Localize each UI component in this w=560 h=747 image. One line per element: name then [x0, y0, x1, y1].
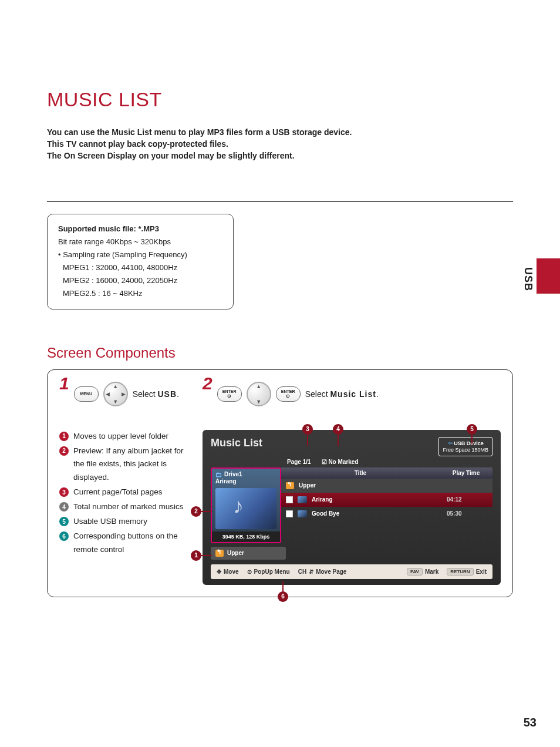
legend-item: 2Preview: If any album jacket for the fi… — [59, 445, 191, 485]
legend-item: 3Current page/Total pages — [59, 486, 191, 499]
step-1: 1 MENU ▲▼◀▶ Select USB. — [59, 382, 179, 406]
updown-mini-icon: ⇵ — [309, 568, 313, 575]
section-title: Screen Components — [47, 345, 513, 361]
badge-2: 2 — [59, 446, 69, 456]
callout-3: 3 — [302, 424, 313, 435]
connector — [338, 435, 339, 446]
spec-mpeg1: MPEG1 : 32000, 44100, 48000Hz — [58, 261, 222, 274]
badge-1: 1 — [59, 432, 69, 441]
badge-4: 4 — [59, 502, 69, 512]
screenshot-area: 3 4 5 2 1 6 Music List ⇦ USB Device — [203, 430, 501, 585]
fav-key-icon: FAV — [407, 568, 423, 576]
spec-mpeg25: MPEG2.5 : 16 ~ 48KHz — [58, 287, 222, 300]
upper-folder-icon — [215, 550, 224, 557]
drive-label: Drive1 — [224, 471, 242, 477]
callout-2: 2 — [191, 506, 201, 517]
list-row-selected[interactable]: Arirang 04:12 — [281, 493, 492, 507]
list-row-upper[interactable]: Upper — [281, 479, 492, 493]
page-indicator: Page 1/1 — [287, 459, 311, 465]
usb-device-box: ⇦ USB Device Free Space 150MB — [438, 437, 492, 456]
legend-item: 1Moves to upper level folder — [59, 430, 191, 443]
checkbox-icon — [286, 496, 293, 503]
badge-3: 3 — [59, 487, 69, 497]
step-2-number: 2 — [203, 374, 212, 393]
dpad-mini-icon: ✥ — [217, 568, 221, 575]
list-row[interactable]: Good Bye 05:30 — [281, 507, 492, 521]
callout-6: 6 — [278, 591, 288, 602]
divider — [47, 201, 513, 202]
step-2: 2 ENTER⊙ ▲▼ ENTER⊙ Select Music List. — [203, 382, 379, 406]
dpad-icon: ▲▼ — [247, 382, 271, 406]
col-playtime: Play Time — [440, 467, 492, 479]
file-list-panel: Title Play Time Upper Arirang — [281, 467, 492, 543]
side-tab — [537, 258, 560, 294]
spec-heading: Supported music file: *.MP3 — [58, 223, 222, 235]
intro-block: You can use the Music List menu to play … — [47, 127, 513, 160]
intro-line-2: This TV cannot play back copy-protected … — [47, 139, 513, 149]
spec-bitrate: Bit rate range 40Kbps ~ 320Kbps — [58, 235, 222, 248]
callout-4: 4 — [333, 424, 343, 435]
spec-bullet: • Sampling rate (Sampling Frequency) — [58, 248, 222, 261]
now-playing-label: Arirang — [215, 478, 276, 484]
dpad-icon: ▲▼◀▶ — [103, 382, 128, 406]
enter-button-icon: ENTER⊙ — [276, 386, 301, 402]
legend: 1Moves to upper level folder 2Preview: I… — [59, 430, 191, 558]
hint-movepage: CH ⇵ Move Page — [298, 568, 347, 575]
music-list-app: Music List ⇦ USB Device Free Space 150MB… — [203, 430, 501, 585]
checkbox-icon — [286, 510, 293, 517]
spec-mpeg2: MPEG2 : 16000, 24000, 22050Hz — [58, 274, 222, 287]
music-thumb-icon — [298, 496, 307, 503]
legend-item: 6Corresponding buttons on the remote con… — [59, 530, 191, 557]
remote-hint-bar: ✥Move ⊙PopUp Menu CH ⇵ Move Page FAVMark… — [211, 564, 492, 579]
preview-panel: 🗀Drive1 Arirang 3945 KB, 128 Kbps — [211, 467, 281, 543]
intro-line-1: You can use the Music List menu to play … — [47, 127, 513, 137]
upper-button[interactable]: Upper — [211, 547, 286, 560]
legend-item: 5Usable USB memory — [59, 515, 191, 529]
badge-6: 6 — [59, 531, 69, 541]
album-art — [215, 488, 276, 529]
folder-icon: 🗀 — [215, 471, 222, 478]
connector — [282, 581, 284, 592]
music-thumb-icon — [298, 510, 307, 517]
col-title: Title — [281, 467, 440, 479]
components-box: 1 MENU ▲▼◀▶ Select USB. 2 ENTER⊙ ▲▼ ENTE… — [47, 369, 513, 597]
intro-line-3: The On Screen Display on your model may … — [47, 151, 513, 160]
step-1-text: Select USB. — [133, 389, 179, 399]
callout-5: 5 — [467, 424, 477, 435]
page-title: MUSIC LIST — [47, 88, 513, 111]
menu-button-icon: MENU — [74, 386, 99, 402]
marked-indicator: ☑ No Marked — [322, 459, 359, 465]
return-key-icon: RETURN — [447, 568, 473, 576]
hint-move: ✥Move — [217, 568, 239, 575]
enter-button-icon: ENTER⊙ — [217, 386, 242, 402]
connector — [201, 511, 212, 512]
hint-exit: RETURNExit — [447, 568, 487, 576]
step-2-text: Select Music List. — [305, 389, 379, 399]
steps-row: 1 MENU ▲▼◀▶ Select USB. 2 ENTER⊙ ▲▼ ENTE… — [59, 382, 501, 406]
enter-mini-icon: ⊙ — [247, 568, 252, 575]
badge-5: 5 — [59, 517, 69, 526]
step-1-number: 1 — [59, 374, 69, 393]
app-title: Music List — [211, 437, 262, 449]
spec-box: Supported music file: *.MP3 Bit rate ran… — [47, 214, 234, 309]
page-number: 53 — [524, 716, 537, 729]
legend-item: 4Total number of marked musics — [59, 500, 191, 514]
list-header: Title Play Time — [281, 467, 492, 479]
file-meta: 3945 KB, 128 Kbps — [212, 531, 280, 542]
hint-mark: FAVMark — [407, 568, 438, 576]
connector — [201, 555, 212, 556]
upper-folder-icon — [286, 482, 294, 489]
connector — [307, 435, 308, 446]
page-marked-row: Page 1/1 ☑ No Marked — [287, 459, 492, 465]
usb-icon: ⇦ — [448, 440, 453, 446]
connector — [471, 435, 473, 444]
callout-1: 1 — [191, 550, 201, 561]
side-label: USB — [522, 267, 534, 291]
hint-popup: ⊙PopUp Menu — [247, 568, 290, 575]
